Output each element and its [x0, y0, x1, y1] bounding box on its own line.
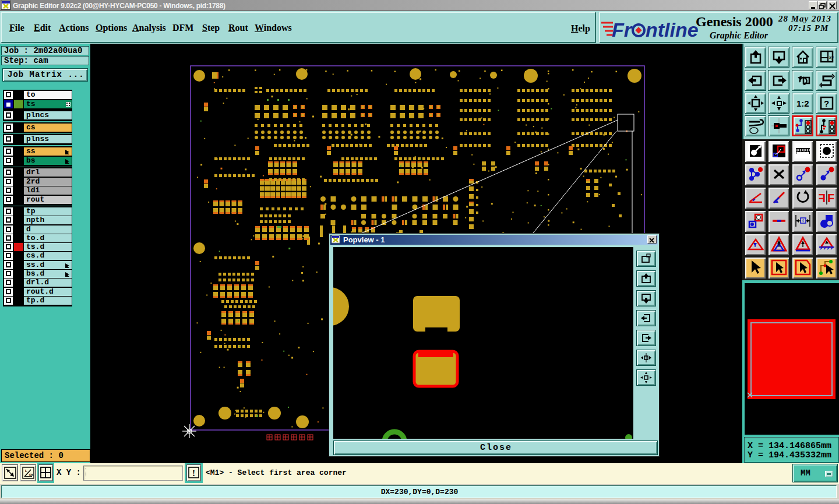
- svg-text:!: !: [192, 468, 195, 478]
- svg-text:ntline: ntline: [646, 19, 699, 41]
- svg-text:F: F: [819, 192, 826, 205]
- svg-text:L: L: [25, 469, 27, 473]
- svg-text:OK: OK: [29, 473, 34, 477]
- svg-text:F: F: [827, 192, 834, 205]
- svg-text:4: 4: [802, 218, 804, 223]
- svg-text:?: ?: [824, 98, 829, 108]
- svg-text:1:2: 1:2: [796, 98, 809, 108]
- svg-text:xy: xy: [829, 55, 834, 60]
- svg-text:Fr: Fr: [612, 19, 633, 41]
